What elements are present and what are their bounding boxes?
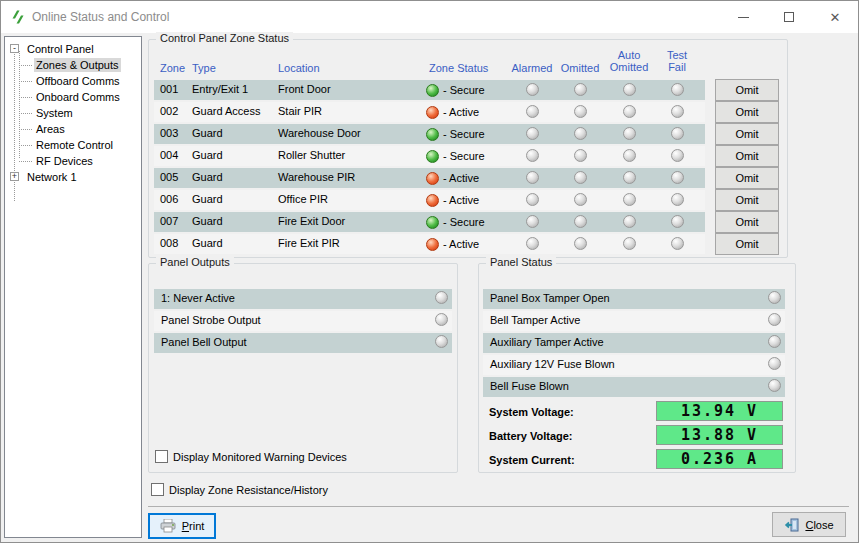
close-window-button[interactable]: ✕ bbox=[812, 1, 858, 33]
auto-omitted-led bbox=[623, 193, 636, 206]
output-led bbox=[435, 313, 448, 326]
zone-status-text: - Secure bbox=[443, 128, 485, 140]
zone-status-text: - Secure bbox=[443, 150, 485, 162]
zone-status-led bbox=[426, 84, 439, 97]
zone-status-cell: - Active bbox=[426, 171, 479, 185]
zone-row-002: 002 Guard Access Stair PIR - Active bbox=[154, 102, 705, 122]
maximize-button[interactable] bbox=[766, 1, 812, 33]
tree-item-areas[interactable]: Areas bbox=[5, 121, 67, 137]
zone-number: 004 bbox=[160, 149, 178, 161]
close-button-label: Close bbox=[805, 519, 833, 531]
omitted-led bbox=[574, 149, 587, 162]
tree-item-system[interactable]: System bbox=[5, 105, 75, 121]
status-row-bell-fuse: Bell Fuse Blown bbox=[483, 377, 785, 397]
tree-item-remote-control[interactable]: Remote Control bbox=[5, 137, 115, 153]
omit-button-002[interactable]: Omit bbox=[715, 101, 779, 123]
zone-row-004: 004 Guard Roller Shutter - Secure bbox=[154, 146, 705, 166]
omit-button-004[interactable]: Omit bbox=[715, 145, 779, 167]
omit-button-003[interactable]: Omit bbox=[715, 123, 779, 145]
zone-status-cell: - Secure bbox=[426, 83, 485, 97]
zone-status-led bbox=[426, 194, 439, 207]
zone-number: 001 bbox=[160, 83, 178, 95]
battery-voltage-value: 13.88 V bbox=[656, 425, 783, 445]
group-title: Panel Outputs bbox=[156, 256, 234, 268]
omit-button-008[interactable]: Omit bbox=[715, 233, 779, 255]
test-fail-led bbox=[671, 193, 684, 206]
output-row-bell: Panel Bell Output bbox=[154, 333, 452, 353]
zone-number: 008 bbox=[160, 237, 178, 249]
status-led bbox=[768, 379, 781, 392]
tree-item-onboard-comms[interactable]: Onboard Comms bbox=[5, 89, 122, 105]
omit-button-007[interactable]: Omit bbox=[715, 211, 779, 233]
omitted-led bbox=[574, 215, 587, 228]
output-label: Panel Strobe Output bbox=[161, 314, 261, 326]
checkbox-label: Display Zone Resistance/History bbox=[169, 484, 328, 496]
status-row-box-tamper: Panel Box Tamper Open bbox=[483, 289, 785, 309]
auto-omitted-led bbox=[623, 171, 636, 184]
close-button[interactable]: Close bbox=[772, 512, 846, 537]
tree-item-label: Areas bbox=[34, 122, 67, 136]
alarmed-led bbox=[526, 83, 539, 96]
zone-resistance-history-checkbox[interactable]: Display Zone Resistance/History bbox=[151, 483, 328, 496]
alarmed-led bbox=[526, 193, 539, 206]
zone-location: Stair PIR bbox=[278, 105, 322, 117]
tree-item-offboard-comms[interactable]: Offboard Comms bbox=[5, 73, 122, 89]
tree-item-label: System bbox=[34, 106, 75, 120]
omitted-led bbox=[574, 83, 587, 96]
zone-number: 003 bbox=[160, 127, 178, 139]
auto-omitted-led bbox=[623, 105, 636, 118]
omit-button-006[interactable]: Omit bbox=[715, 189, 779, 211]
output-led bbox=[435, 335, 448, 348]
alarmed-led bbox=[526, 215, 539, 228]
zone-location: Warehouse Door bbox=[278, 127, 361, 139]
expand-icon[interactable]: + bbox=[10, 172, 19, 181]
zone-type: Guard bbox=[192, 171, 223, 183]
tree-item-rf-devices[interactable]: RF Devices bbox=[5, 153, 95, 169]
tree-item-control-panel[interactable]: - Control Panel bbox=[5, 41, 96, 57]
nav-tree: - Control Panel Zones & Outputs Offboard… bbox=[4, 36, 142, 538]
zone-type: Guard bbox=[192, 193, 223, 205]
omit-button-005[interactable]: Omit bbox=[715, 167, 779, 189]
zone-status-cell: - Active bbox=[426, 105, 479, 119]
tree-item-label: RF Devices bbox=[34, 154, 95, 168]
alarmed-led bbox=[526, 149, 539, 162]
system-current-value: 0.236 A bbox=[656, 449, 783, 469]
zone-status-led bbox=[426, 172, 439, 185]
zone-location: Fire Exit PIR bbox=[278, 237, 340, 249]
print-button[interactable]: Print bbox=[148, 513, 216, 539]
omit-button-001[interactable]: Omit bbox=[715, 79, 779, 101]
zone-status-group: Control Panel Zone Status Zone Type Loca… bbox=[148, 39, 788, 258]
omitted-led bbox=[574, 105, 587, 118]
status-label: Bell Tamper Active bbox=[490, 314, 580, 326]
zone-status-led bbox=[426, 150, 439, 163]
collapse-icon[interactable]: - bbox=[10, 44, 19, 53]
zone-row-005: 005 Guard Warehouse PIR - Active bbox=[154, 168, 705, 188]
auto-omitted-led bbox=[623, 83, 636, 96]
status-label: Panel Box Tamper Open bbox=[490, 292, 610, 304]
zone-status-cell: - Secure bbox=[426, 127, 485, 141]
status-row-aux-tamper: Auxiliary Tamper Active bbox=[483, 333, 785, 353]
col-header-zone: Zone bbox=[160, 62, 185, 74]
status-led bbox=[768, 357, 781, 370]
col-header-omitted: Omitted bbox=[561, 62, 600, 74]
checkbox-box[interactable] bbox=[151, 483, 164, 496]
app-logo-icon bbox=[10, 9, 26, 25]
zone-status-led bbox=[426, 216, 439, 229]
col-header-test-fail: Test Fail bbox=[667, 49, 687, 73]
status-row-bell-tamper: Bell Tamper Active bbox=[483, 311, 785, 331]
zone-status-led bbox=[426, 106, 439, 119]
zone-status-text: - Active bbox=[443, 106, 479, 118]
minimize-button[interactable] bbox=[720, 1, 766, 33]
zone-status-text: - Active bbox=[443, 194, 479, 206]
tree-item-zones-outputs[interactable]: Zones & Outputs bbox=[5, 57, 121, 73]
monitored-warning-devices-checkbox[interactable]: Display Monitored Warning Devices bbox=[155, 450, 347, 463]
zone-location: Roller Shutter bbox=[278, 149, 345, 161]
zone-row-003: 003 Guard Warehouse Door - Secure bbox=[154, 124, 705, 144]
tree-item-network-1[interactable]: + Network 1 bbox=[5, 169, 79, 185]
checkbox-box[interactable] bbox=[155, 450, 168, 463]
auto-omitted-led bbox=[623, 149, 636, 162]
exit-door-icon bbox=[784, 518, 799, 532]
test-fail-led bbox=[671, 149, 684, 162]
col-header-zone-status: Zone Status bbox=[429, 62, 488, 74]
zone-status-text: - Secure bbox=[443, 216, 485, 228]
